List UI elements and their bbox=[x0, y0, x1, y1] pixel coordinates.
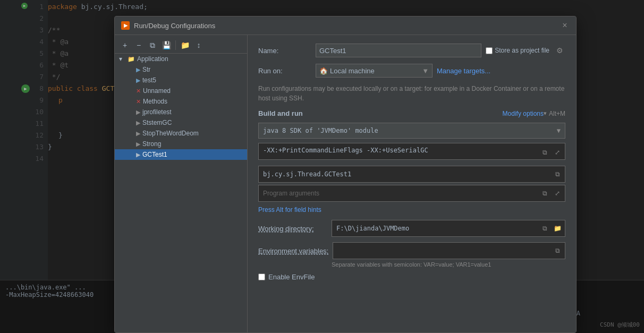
run-hint-text: Run configurations may be executed local… bbox=[258, 84, 565, 103]
alt-m-shortcut: Alt+M bbox=[549, 110, 565, 117]
vm-options-copy-button[interactable]: ⧉ bbox=[539, 147, 550, 158]
tree-item-test5[interactable]: ▶ test5 bbox=[115, 75, 247, 86]
dialog-title: Run/Debug Configurations bbox=[134, 22, 560, 30]
run-config-gray-icon: ▶ bbox=[136, 141, 140, 148]
tree-toolbar: + − ⧉ 💾 📁 ↕ bbox=[115, 37, 247, 54]
modify-options-button[interactable]: Modify options bbox=[503, 110, 544, 117]
tree-panel: + − ⧉ 💾 📁 ↕ ▾ 📁 Application ▶ Str bbox=[115, 35, 248, 332]
dropdown-caret-icon: ▾ bbox=[544, 110, 547, 117]
save-config-button[interactable]: 💾 bbox=[160, 39, 172, 51]
main-class-field: ⧉ bbox=[258, 166, 565, 183]
tree-item-gctest1[interactable]: ▶ GCTest1 bbox=[115, 149, 247, 160]
working-dir-browse-button[interactable]: 📁 bbox=[552, 223, 563, 234]
working-dir-copy-button[interactable]: ⧉ bbox=[539, 223, 550, 234]
dialog-titlebar: ▶ Run/Debug Configurations × bbox=[115, 16, 576, 35]
prog-args-expand-button[interactable]: ⤢ bbox=[552, 187, 563, 199]
move-config-button[interactable]: 📁 bbox=[179, 39, 191, 51]
env-vars-input[interactable] bbox=[333, 242, 565, 259]
enable-envfile-checkbox[interactable] bbox=[258, 274, 265, 280]
sdk-dropdown-arrow-icon: ▼ bbox=[557, 127, 561, 134]
gear-button[interactable]: ⚙ bbox=[554, 45, 565, 56]
run-config-gray-icon: ▶ bbox=[136, 119, 140, 126]
dialog-body: + − ⧉ 💾 📁 ↕ ▾ 📁 Application ▶ Str bbox=[115, 35, 576, 332]
working-dir-label: Working directory: bbox=[258, 225, 327, 233]
remove-config-button[interactable]: − bbox=[133, 39, 145, 51]
manage-targets-link[interactable]: Manage targets... bbox=[437, 67, 490, 75]
add-config-button[interactable]: + bbox=[119, 39, 131, 51]
dialog-app-icon: ▶ bbox=[121, 21, 130, 30]
main-class-copy-button[interactable]: ⧉ bbox=[552, 168, 563, 180]
folder-icon: 📁 bbox=[128, 56, 135, 63]
env-vars-edit-button[interactable]: ⧉ bbox=[552, 245, 563, 257]
name-input[interactable] bbox=[316, 44, 481, 57]
env-vars-row: Environment variables: ⧉ bbox=[258, 242, 565, 259]
working-dir-row: Working directory: ⧉ 📁 bbox=[258, 220, 565, 237]
sdk-dropdown[interactable]: java 8 SDK of 'JVMDemo' module ▼ bbox=[258, 123, 565, 139]
tree-item-application[interactable]: ▾ 📁 Application bbox=[115, 54, 247, 64]
prog-args-actions: ⧉ ⤢ bbox=[539, 187, 563, 199]
vm-options-expand-button[interactable]: ⤢ bbox=[552, 147, 563, 158]
sdk-text: java 8 SDK of 'JVMDemo' module bbox=[263, 127, 557, 134]
tree-item-str[interactable]: ▶ Str bbox=[115, 64, 247, 75]
run-on-label: Run on: bbox=[258, 67, 311, 75]
press-alt-hint: Press Alt for field hints bbox=[258, 206, 565, 214]
prog-args-field: ⧉ ⤢ bbox=[258, 185, 565, 202]
run-config-icon: ▶ bbox=[136, 66, 140, 73]
store-project-text: Store as project file bbox=[495, 47, 549, 54]
enable-envfile-row: Enable EnvFile bbox=[258, 273, 565, 281]
dropdown-arrow-icon: ▼ bbox=[422, 67, 429, 75]
run-config-red-icon: ✕ bbox=[136, 88, 141, 95]
prog-args-copy-button[interactable]: ⧉ bbox=[539, 187, 550, 199]
sort-config-button[interactable]: ↕ bbox=[193, 39, 205, 51]
run-on-row: Run on: 🏠 Local machine ▼ Manage targets… bbox=[258, 64, 565, 78]
right-config-panel: Name: Store as project file ⚙ Run on: 🏠 … bbox=[248, 35, 576, 332]
tree-item-jprofiletest[interactable]: ▶ jprofiletest bbox=[115, 107, 247, 117]
vm-options-input[interactable]: -XX:+PrintCommandLineFlags -XX:+UseSeria… bbox=[258, 143, 565, 160]
name-row: Name: Store as project file ⚙ bbox=[258, 44, 565, 57]
env-vars-label: Environment variables: bbox=[258, 247, 328, 255]
run-config-red-icon: ✕ bbox=[136, 98, 141, 105]
prog-args-input[interactable] bbox=[258, 185, 565, 202]
enable-envfile-label: Enable EnvFile bbox=[268, 273, 315, 281]
copy-config-button[interactable]: ⧉ bbox=[147, 39, 158, 51]
name-label: Name: bbox=[258, 47, 311, 55]
run-config-gray-icon: ▶ bbox=[136, 130, 140, 137]
env-vars-separator-hint: Separate variables with semicolon: VAR=v… bbox=[332, 261, 565, 268]
close-button[interactable]: × bbox=[560, 21, 570, 30]
tree-item-ststemgc[interactable]: ▶ StstemGC bbox=[115, 117, 247, 128]
vm-options-actions: ⧉ ⤢ bbox=[539, 147, 563, 158]
store-project-label[interactable]: Store as project file bbox=[486, 47, 549, 54]
run-config-icon: ▶ bbox=[136, 77, 140, 84]
vm-options-field: -XX:+PrintCommandLineFlags -XX:+UseSeria… bbox=[258, 143, 565, 161]
run-debug-dialog: ▶ Run/Debug Configurations × + − ⧉ 💾 📁 ↕… bbox=[114, 16, 577, 333]
toolbar-divider bbox=[175, 40, 176, 50]
main-class-input[interactable] bbox=[258, 166, 565, 183]
store-project-checkbox[interactable] bbox=[486, 47, 493, 54]
working-dir-input[interactable] bbox=[332, 220, 565, 237]
run-on-dropdown[interactable]: 🏠 Local machine ▼ bbox=[316, 64, 433, 78]
run-config-gray-icon: ▶ bbox=[136, 109, 140, 116]
local-machine-text: Local machine bbox=[330, 67, 422, 75]
run-config-selected-icon: ▶ bbox=[136, 151, 140, 158]
build-run-title: Build and run bbox=[258, 109, 303, 117]
home-icon: 🏠 bbox=[319, 67, 328, 75]
tree-item-unnamed[interactable]: ✕ Unnamed bbox=[115, 86, 247, 96]
tree-item-methods[interactable]: ✕ Methods bbox=[115, 96, 247, 107]
tree-item-stoptheworddeom[interactable]: ▶ StopTheWordDeom bbox=[115, 128, 247, 139]
build-run-section-header: Build and run Modify options ▾ Alt+M bbox=[258, 109, 565, 117]
tree-item-strong[interactable]: ▶ Strong bbox=[115, 139, 247, 149]
